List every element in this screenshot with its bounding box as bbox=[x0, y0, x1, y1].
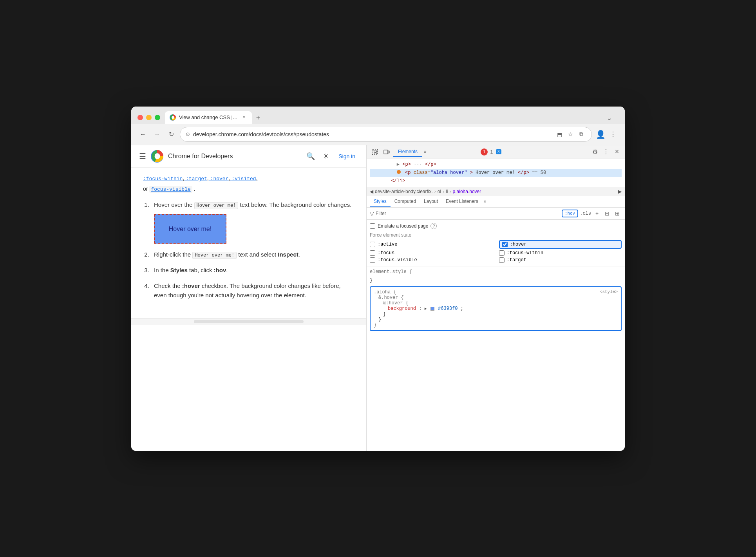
focus-visible-state-checkbox[interactable] bbox=[370, 257, 375, 263]
breadcrumb-ol[interactable]: ol bbox=[438, 189, 441, 194]
site-name: Chrome for Developers bbox=[168, 153, 300, 160]
message-badge: 3 bbox=[496, 149, 501, 154]
emulate-focused-page-checkbox[interactable] bbox=[370, 223, 375, 229]
devtools-close-button[interactable]: × bbox=[612, 147, 622, 157]
tab-close-button[interactable]: × bbox=[241, 114, 247, 121]
refresh-button[interactable]: ↻ bbox=[166, 129, 177, 140]
aloha-close-brace: } bbox=[374, 322, 376, 328]
back-button[interactable]: ← bbox=[137, 129, 148, 140]
breadcrumb-forward-arrow[interactable]: ▶ bbox=[618, 189, 622, 194]
dom-line-1: ▶ <p> ··· </p> bbox=[370, 161, 622, 169]
step-1-code: Hover over me! bbox=[194, 202, 239, 209]
css-expand-button[interactable]: ▶ bbox=[425, 307, 427, 311]
focus-visible-link[interactable]: focus-visible bbox=[149, 186, 192, 193]
breadcrumb-current[interactable]: p.aloha.hover bbox=[453, 189, 481, 194]
dom-line-3: </li> bbox=[370, 177, 622, 185]
menu-button[interactable]: ⋮ bbox=[608, 129, 619, 140]
styles-tab[interactable]: Styles bbox=[370, 196, 391, 207]
elements-tab[interactable]: Elements bbox=[393, 147, 422, 157]
tabs-row: View and change CSS | Chr… × + ⌄ bbox=[165, 111, 619, 124]
cls-button[interactable]: .cls bbox=[580, 211, 591, 216]
style-panel-tabs: Styles Computed Layout Event Listeners » bbox=[367, 196, 625, 208]
aloha-selector-2: &.hover { bbox=[378, 295, 404, 300]
css-source-label: <style> bbox=[600, 289, 618, 294]
force-state-header: Emulate a focused page ? bbox=[370, 223, 622, 229]
state-target: :target bbox=[499, 257, 622, 263]
state-grid: :active :hover :focus :focus-within bbox=[370, 240, 622, 263]
forward-button[interactable]: → bbox=[152, 129, 163, 140]
extensions-button[interactable]: ⧉ bbox=[577, 130, 586, 139]
event-listeners-tab[interactable]: Event Listeners bbox=[442, 196, 482, 207]
filter-input[interactable] bbox=[376, 211, 560, 216]
element-picker-button[interactable] bbox=[370, 147, 380, 157]
hover-state-checkbox[interactable] bbox=[502, 242, 508, 247]
css-rules-area: element.style { } <style> .aloha { &.hov… bbox=[367, 266, 625, 450]
step-4: Check the :hover checkbox. The backgroun… bbox=[151, 281, 354, 300]
target-state-checkbox[interactable] bbox=[499, 257, 505, 263]
header-theme-button[interactable]: ☀ bbox=[321, 150, 331, 162]
layout-tab[interactable]: Layout bbox=[420, 196, 442, 207]
aloha-selector-3: &:hover { bbox=[383, 300, 409, 306]
step-2-text: Right-click the Hover over me! text and … bbox=[154, 251, 300, 258]
hov-button[interactable]: :hov bbox=[562, 210, 578, 217]
device-toggle-button[interactable] bbox=[382, 147, 392, 157]
focus-state-checkbox[interactable] bbox=[370, 250, 375, 256]
devtools-more-button[interactable]: ⋮ bbox=[601, 147, 611, 157]
more-tabs-button[interactable]: » bbox=[422, 147, 428, 157]
breadcrumb-li[interactable]: li bbox=[446, 189, 448, 194]
minimize-window-button[interactable] bbox=[146, 115, 152, 120]
page-content: ☰ Chrome for Developers 🔍 ☀ Sign in :foc… bbox=[131, 145, 366, 451]
devtools-tabs: Elements » bbox=[393, 147, 479, 157]
cast-button[interactable]: ⬒ bbox=[555, 130, 564, 139]
article-top-text: or focus-visible . bbox=[143, 184, 354, 194]
devtools-panel: Elements » 1 1 3 ⚙ ⋮ × ▶ <p> ··· bbox=[366, 145, 625, 451]
tab-expand-button[interactable]: ⌄ bbox=[603, 112, 615, 124]
header-search-button[interactable]: 🔍 bbox=[305, 150, 317, 162]
focus-within-state-checkbox[interactable] bbox=[499, 250, 505, 256]
step-2-bold: Inspect bbox=[278, 251, 298, 258]
breadcrumb-back-arrow[interactable]: ◀ bbox=[370, 189, 373, 194]
horizontal-scrollbar[interactable] bbox=[194, 320, 304, 323]
target-state-label: :target bbox=[507, 257, 526, 263]
add-style-button[interactable]: + bbox=[593, 209, 601, 218]
more-style-tabs[interactable]: » bbox=[482, 196, 488, 207]
hover-demo-text: Hover over me! bbox=[169, 224, 212, 234]
devtools-settings-button[interactable]: ⚙ bbox=[590, 147, 600, 157]
address-text: developer.chrome.com/docs/devtools/css#p… bbox=[193, 131, 552, 137]
element-style-close: } bbox=[370, 278, 373, 283]
color-swatch[interactable] bbox=[430, 307, 434, 311]
hover-state-label: :hover bbox=[510, 242, 527, 247]
signin-button[interactable]: Sign in bbox=[335, 152, 358, 161]
copy-style-button[interactable]: ⊟ bbox=[603, 209, 611, 218]
computed-tab[interactable]: Computed bbox=[391, 196, 420, 207]
active-state-label: :active bbox=[378, 242, 397, 247]
emulate-info-icon[interactable]: ? bbox=[430, 223, 437, 229]
state-focus-within: :focus-within bbox=[499, 250, 622, 256]
bookmark-button[interactable]: ☆ bbox=[566, 130, 575, 139]
breadcrumb-root[interactable]: devsite-article-body.clearfix. bbox=[375, 189, 433, 194]
hover-demo-box[interactable]: Hover over me! bbox=[154, 214, 226, 244]
active-state-checkbox[interactable] bbox=[370, 242, 375, 247]
force-state-panel: Emulate a focused page ? Force element s… bbox=[367, 220, 625, 266]
step-4-bold: :hover bbox=[182, 282, 200, 289]
new-tab-button[interactable]: + bbox=[253, 113, 264, 124]
step-3: In the Styles tab, click :hov. bbox=[151, 266, 354, 275]
focus-visible-state-label: :focus-visible bbox=[378, 257, 417, 263]
filter-bar: ▽ :hov .cls + ⊟ ⊞ bbox=[367, 208, 625, 220]
hamburger-button[interactable]: ☰ bbox=[139, 152, 146, 161]
state-focus: :focus bbox=[370, 250, 493, 256]
steps-list: Hover over the Hover over me! text below… bbox=[143, 200, 354, 300]
step-1: Hover over the Hover over me! text below… bbox=[151, 200, 354, 244]
maximize-window-button[interactable] bbox=[155, 115, 160, 120]
layout-view-button[interactable]: ⊞ bbox=[613, 209, 622, 218]
account-button[interactable]: 👤 bbox=[595, 129, 606, 140]
device-icon bbox=[383, 149, 390, 155]
title-bar: View and change CSS | Chr… × + ⌄ bbox=[131, 107, 625, 124]
address-bar[interactable]: ⊙ developer.chrome.com/docs/devtools/css… bbox=[180, 127, 592, 142]
dom-line-selected[interactable]: <p class="aloha hover" > Hover over me! … bbox=[370, 169, 622, 177]
close-window-button[interactable] bbox=[137, 115, 143, 120]
dom-highlight-dot bbox=[397, 170, 401, 174]
active-tab[interactable]: View and change CSS | Chr… × bbox=[165, 111, 252, 124]
traffic-lights bbox=[137, 115, 160, 120]
step-3-bold-hov: :hov bbox=[214, 267, 226, 273]
